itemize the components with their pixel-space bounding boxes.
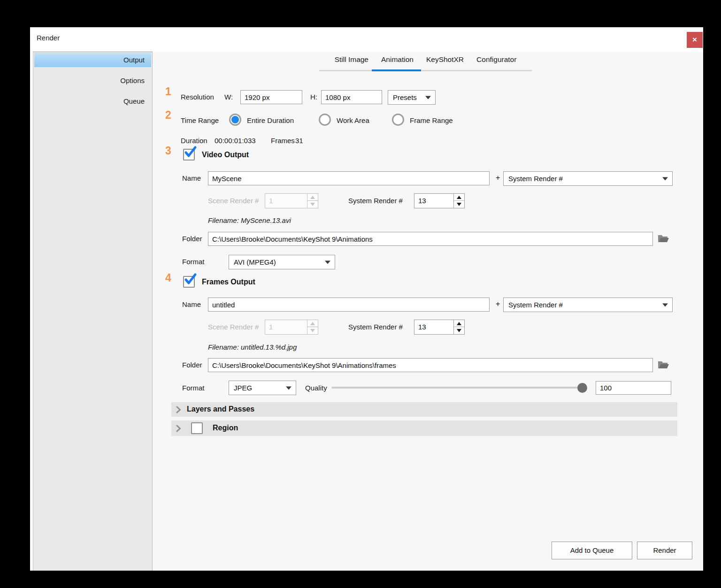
- video-suffix-dropdown-label: System Render #: [508, 175, 563, 183]
- video-format-dropdown[interactable]: AVI (MPEG4): [229, 255, 335, 269]
- sidebar-item-queue[interactable]: Queue: [34, 94, 151, 108]
- region-title: Region: [213, 424, 238, 432]
- step-number-2: 2: [165, 109, 171, 122]
- dialog-title: Render: [37, 34, 60, 42]
- video-scene-render-spinner: 1: [265, 193, 318, 208]
- layers-and-passes-title: Layers and Passes: [187, 405, 254, 413]
- frames-scene-render-label: Scene Render #: [208, 323, 259, 331]
- video-system-render-value: 13: [418, 197, 426, 205]
- step-number-1: 1: [165, 85, 171, 98]
- layers-and-passes-section[interactable]: Layers and Passes: [171, 402, 677, 417]
- video-filename-text: Filename: MyScene.13.avi: [208, 216, 291, 224]
- video-system-render-spinner[interactable]: 13: [414, 193, 465, 208]
- spinner-down-icon: [307, 327, 318, 334]
- frames-name-input[interactable]: [208, 298, 490, 312]
- video-scene-render-label: Scene Render #: [208, 197, 259, 205]
- video-format-label: Format: [182, 258, 205, 266]
- close-icon: ×: [692, 35, 697, 44]
- radio-work-area[interactable]: [319, 114, 331, 126]
- close-button[interactable]: ×: [687, 32, 703, 48]
- spinner-up-icon[interactable]: [454, 320, 464, 327]
- width-label: W:: [224, 93, 233, 101]
- region-checkbox[interactable]: [191, 422, 203, 434]
- frames-folder-label: Folder: [182, 361, 202, 369]
- frames-label: Frames: [271, 137, 295, 145]
- work-area-label: Work Area: [337, 116, 369, 124]
- render-dialog: Render × Output Options Queue Still Imag…: [30, 27, 703, 571]
- width-input[interactable]: [240, 90, 302, 104]
- frames-format-label: Format: [182, 384, 205, 392]
- tab-bar: Still Image Animation KeyShotXR Configur…: [319, 55, 532, 64]
- folder-icon[interactable]: [657, 234, 669, 244]
- frames-value: 31: [295, 137, 303, 145]
- video-scene-render-value: 1: [269, 197, 273, 205]
- frames-format-dropdown[interactable]: JPEG: [229, 381, 296, 395]
- presets-dropdown-label: Presets: [393, 93, 417, 101]
- quality-label: Quality: [305, 384, 327, 392]
- region-section[interactable]: Region: [171, 420, 677, 436]
- chevron-down-icon: [325, 260, 330, 264]
- frames-name-label: Name: [182, 300, 201, 308]
- frames-output-checkbox[interactable]: [183, 276, 195, 288]
- tab-track: [319, 70, 532, 71]
- spinner-up-icon: [307, 320, 318, 327]
- video-system-render-label: System Render #: [348, 197, 403, 205]
- chevron-down-icon: [286, 386, 291, 389]
- chevron-down-icon: [425, 96, 431, 99]
- video-name-label: Name: [182, 174, 201, 182]
- height-input[interactable]: [321, 90, 382, 104]
- duration-value: 00:00:01:033: [215, 137, 256, 145]
- frames-system-render-value: 13: [418, 323, 426, 331]
- tab-animation[interactable]: Animation: [381, 55, 414, 64]
- frames-suffix-dropdown-label: System Render #: [508, 301, 563, 309]
- video-folder-label: Folder: [182, 235, 202, 243]
- frames-plus-sign: +: [496, 300, 500, 308]
- render-button[interactable]: Render: [637, 542, 692, 559]
- quality-slider-handle[interactable]: [577, 383, 587, 393]
- radio-entire-duration[interactable]: [229, 114, 241, 126]
- resolution-label: Resolution: [181, 93, 214, 101]
- folder-icon[interactable]: [657, 360, 669, 370]
- step-number-4: 4: [165, 272, 171, 284]
- sidebar-item-output[interactable]: Output: [34, 53, 151, 67]
- sidebar: Output Options Queue: [33, 52, 153, 571]
- entire-duration-label: Entire Duration: [247, 116, 294, 124]
- frame-range-label: Frame Range: [410, 116, 453, 124]
- frames-scene-render-spinner: 1: [265, 320, 318, 335]
- height-label: H:: [310, 93, 317, 101]
- frames-filename-text: Filename: untitled.13.%d.jpg: [208, 343, 297, 351]
- chevron-right-icon: [176, 406, 181, 413]
- quality-slider-track[interactable]: [331, 387, 585, 389]
- tab-still-image[interactable]: Still Image: [335, 55, 368, 64]
- frames-folder-input[interactable]: [208, 358, 653, 372]
- video-suffix-dropdown[interactable]: System Render #: [503, 171, 673, 186]
- video-folder-input[interactable]: [208, 232, 653, 246]
- frames-format-dropdown-label: JPEG: [234, 384, 252, 392]
- spinner-down-icon: [307, 201, 318, 208]
- spinner-down-icon[interactable]: [454, 201, 464, 208]
- chevron-right-icon: [176, 425, 181, 432]
- chevron-down-icon: [662, 303, 668, 306]
- tab-active-indicator: [372, 69, 421, 71]
- presets-dropdown[interactable]: Presets: [388, 90, 436, 105]
- time-range-label: Time Range: [181, 116, 219, 124]
- quality-input[interactable]: [596, 381, 671, 395]
- spinner-down-icon[interactable]: [454, 327, 464, 334]
- video-output-checkbox[interactable]: [183, 149, 195, 160]
- frames-system-render-spinner[interactable]: 13: [414, 320, 465, 335]
- tab-configurator[interactable]: Configurator: [476, 55, 516, 64]
- spinner-up-icon[interactable]: [454, 194, 464, 201]
- add-to-queue-button[interactable]: Add to Queue: [552, 542, 632, 559]
- video-name-input[interactable]: [208, 171, 490, 185]
- sidebar-item-options[interactable]: Options: [34, 74, 151, 88]
- frames-output-title: Frames Output: [202, 278, 255, 286]
- radio-frame-range[interactable]: [392, 114, 404, 126]
- video-output-title: Video Output: [202, 151, 249, 159]
- frames-suffix-dropdown[interactable]: System Render #: [503, 298, 673, 312]
- video-format-dropdown-label: AVI (MPEG4): [234, 258, 276, 266]
- frames-system-render-label: System Render #: [348, 323, 403, 331]
- tab-keyshotxr[interactable]: KeyShotXR: [426, 55, 464, 64]
- chevron-down-icon: [662, 177, 668, 180]
- duration-label: Duration: [181, 137, 207, 145]
- spinner-up-icon: [307, 194, 318, 201]
